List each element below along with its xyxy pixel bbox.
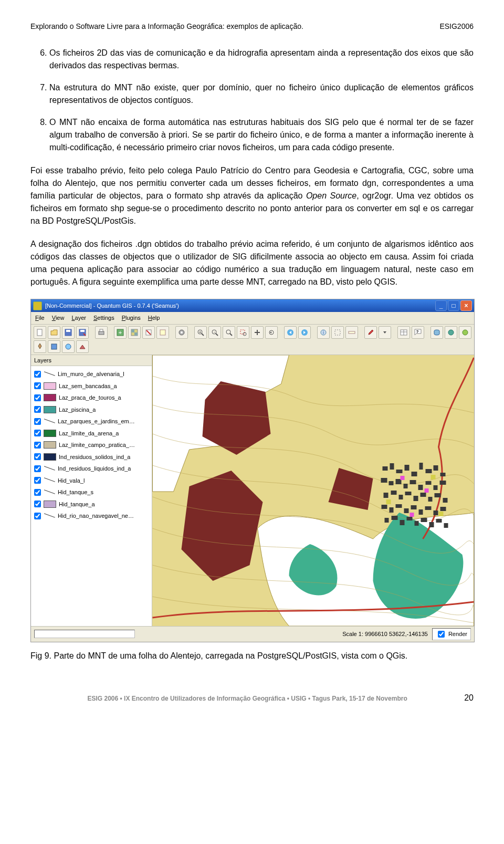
render-toggle[interactable]: Render: [432, 628, 471, 640]
table-icon[interactable]: [397, 326, 410, 339]
menu-help[interactable]: Help: [148, 314, 160, 322]
layer-row[interactable]: Laz_limite_da_arena_a: [33, 428, 152, 440]
layer-row[interactable]: Lim_muro_de_alvenaria_l: [33, 368, 152, 380]
layer-swatch: [44, 382, 56, 390]
zoom-selection-icon[interactable]: [237, 326, 249, 339]
menu-bar[interactable]: File View Layer Settings Plugins Help: [31, 312, 474, 325]
zoom-last-icon[interactable]: [265, 326, 278, 339]
layer-row[interactable]: Laz_sem_bancadas_a: [33, 380, 152, 392]
layer-checkbox[interactable]: [34, 477, 41, 484]
layer-checkbox[interactable]: [34, 513, 41, 519]
layer-row[interactable]: Hid_vala_l: [33, 475, 152, 487]
titlebar[interactable]: [Non-Commercial] - Quantum GIS - 0.7.4 (…: [31, 299, 474, 312]
svg-rect-61: [434, 485, 438, 490]
layer-row[interactable]: Ind_residuos_liquidos_ind_a: [33, 463, 152, 475]
layer-swatch: [44, 430, 56, 437]
layer-row[interactable]: Laz_parques_e_jardins_em_geral: [33, 415, 152, 428]
open-icon[interactable]: [48, 326, 60, 339]
whatsthis-icon[interactable]: ?: [412, 326, 424, 339]
svg-rect-5: [99, 331, 104, 335]
svg-rect-33: [349, 331, 355, 334]
map-canvas[interactable]: [152, 355, 474, 626]
add-raster-icon[interactable]: [128, 326, 141, 339]
edit-icon[interactable]: [364, 326, 377, 339]
layer-checkbox[interactable]: [34, 382, 41, 389]
running-header-left: Explorando o Software Livre para a Infor…: [30, 21, 303, 32]
plugin-globe-icon[interactable]: [445, 326, 457, 339]
plugin-6-icon[interactable]: [76, 340, 89, 353]
svg-rect-6: [100, 329, 103, 331]
maximize-button[interactable]: □: [448, 300, 459, 311]
body-paragraph: Foi esse trabalho prévio, feito pelo col…: [30, 164, 474, 227]
save-as-icon[interactable]: [76, 326, 89, 339]
menu-view[interactable]: View: [52, 314, 65, 322]
layer-row[interactable]: Laz_praca_de_touros_a: [33, 392, 152, 404]
save-icon[interactable]: [62, 326, 75, 339]
plugin-3-icon[interactable]: [34, 340, 46, 353]
gear-icon[interactable]: [175, 326, 188, 339]
svg-rect-0: [37, 329, 42, 336]
layer-checkbox[interactable]: [34, 442, 41, 449]
svg-rect-62: [440, 481, 446, 485]
svg-rect-80: [440, 507, 446, 511]
layer-checkbox[interactable]: [34, 489, 41, 496]
layer-row[interactable]: Hid_rio_nao_navegavel_nem_flutu: [33, 510, 152, 522]
layer-checkbox[interactable]: [34, 371, 41, 378]
measure-icon[interactable]: [345, 326, 358, 339]
plugin-4-icon[interactable]: [48, 340, 60, 353]
plugin-5-icon[interactable]: [62, 340, 75, 353]
svg-rect-65: [399, 495, 403, 499]
layer-checkbox[interactable]: [34, 453, 41, 460]
identify-icon[interactable]: i: [317, 326, 330, 339]
remove-layer-icon[interactable]: [142, 326, 155, 339]
layer-checkbox[interactable]: [34, 465, 41, 472]
layer-name: Laz_parques_e_jardins_em_geral: [58, 417, 136, 426]
layer-checkbox[interactable]: [34, 418, 41, 425]
pan-icon[interactable]: [251, 326, 264, 339]
menu-layer[interactable]: Layer: [71, 314, 86, 322]
svg-rect-71: [443, 498, 448, 503]
zoom-out-icon[interactable]: -: [208, 326, 221, 339]
db-icon[interactable]: [430, 326, 443, 339]
minimize-button[interactable]: _: [435, 300, 447, 311]
menu-file[interactable]: File: [35, 314, 45, 322]
layer-row[interactable]: Ind_residuos_solidos_ind_a: [33, 451, 152, 463]
select-icon[interactable]: [331, 326, 344, 339]
layer-checkbox[interactable]: [34, 430, 41, 436]
add-vector-icon[interactable]: +: [114, 326, 127, 339]
list-item: Os ficheiros 2D das vias de comunicação …: [49, 47, 474, 72]
menu-plugins[interactable]: Plugins: [122, 314, 141, 322]
close-button[interactable]: ×: [460, 300, 472, 311]
zoom-in-icon[interactable]: +: [194, 326, 207, 339]
layer-swatch: [44, 453, 56, 461]
layer-swatch: [44, 394, 56, 401]
layer-row[interactable]: Laz_limite_campo_pratica_despo: [33, 439, 152, 451]
svg-rect-57: [404, 484, 408, 488]
plugin-2-icon[interactable]: [459, 326, 471, 339]
render-checkbox[interactable]: [438, 631, 445, 638]
layer-checkbox[interactable]: [34, 501, 41, 507]
layers-panel[interactable]: Layers Lim_muro_de_alvenaria_lLaz_sem_ba…: [31, 355, 152, 626]
layers-list[interactable]: Lim_muro_de_alvenaria_lLaz_sem_bancadas_…: [31, 366, 152, 626]
layer-checkbox[interactable]: [34, 406, 41, 413]
svg-line-18: [202, 334, 204, 336]
layer-row[interactable]: Hid_tanque_s: [33, 486, 152, 498]
layer-checkbox[interactable]: [34, 394, 41, 401]
svg-rect-73: [390, 507, 394, 513]
svg-rect-90: [401, 476, 405, 480]
svg-rect-47: [396, 470, 403, 473]
forward-icon[interactable]: [298, 326, 311, 339]
zoom-full-icon[interactable]: [223, 326, 235, 339]
layer-row[interactable]: Hid_tanque_a: [33, 498, 152, 510]
menu-settings[interactable]: Settings: [93, 314, 114, 322]
layer-row[interactable]: Laz_piscina_a: [33, 404, 152, 416]
back-icon[interactable]: [284, 326, 297, 339]
print-icon[interactable]: [95, 326, 108, 339]
svg-rect-41: [51, 344, 57, 349]
svg-point-23: [226, 330, 230, 334]
svg-rect-11: [134, 332, 138, 336]
new-file-icon[interactable]: [34, 326, 46, 339]
layer-properties-icon[interactable]: [156, 326, 169, 339]
edit-dropdown-icon[interactable]: [379, 326, 391, 339]
layer-name: Laz_sem_bancadas_a: [59, 382, 117, 391]
